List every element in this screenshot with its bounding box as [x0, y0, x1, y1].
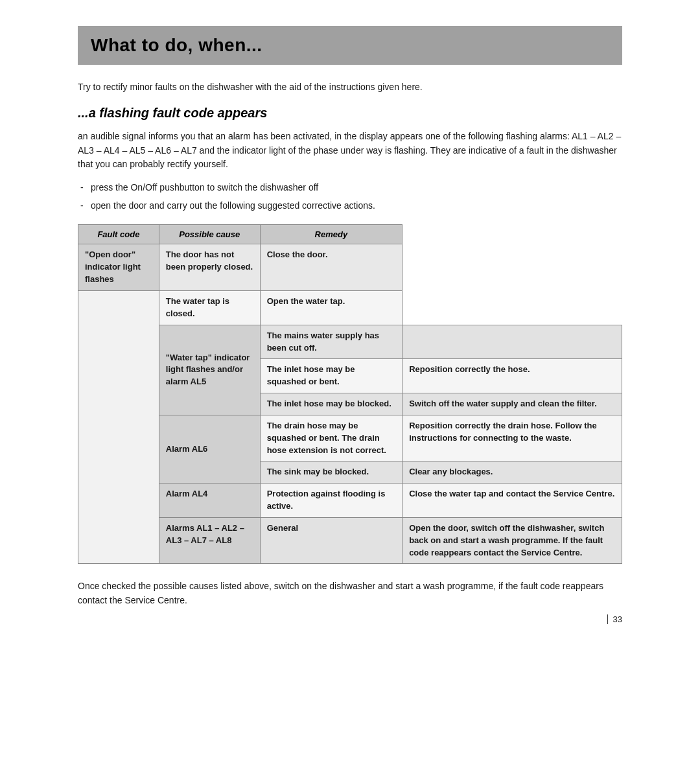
remedy-cell: Reposition correctly the drain hose. Fol… [402, 415, 622, 461]
remedy-cell: Reposition correctly the hose. [402, 359, 622, 393]
cause-cell: The sink may be blocked. [260, 461, 402, 484]
fault-cell: "Water tap" indicator light flashes and/… [159, 325, 260, 415]
intro-text: Try to rectify minor faults on the dishw… [78, 80, 622, 94]
table-row: "Open door" indicator light flashes The … [78, 244, 622, 291]
fault-cell [78, 290, 159, 564]
body-text: an audible signal informs you that an al… [78, 130, 622, 172]
footer-text: Once checked the possible causes listed … [78, 579, 622, 607]
page-number: 33 [607, 614, 622, 624]
remedy-cell: Open the water tap. [260, 290, 402, 325]
remedy-cell: Close the water tap and contact the Serv… [402, 484, 622, 518]
col-header-cause: Possible cause [159, 225, 260, 244]
cause-cell: The inlet hose may be squashed or bent. [260, 359, 402, 393]
col-header-fault: Fault code [78, 225, 159, 244]
cause-cell: Protection against flooding is active. [260, 484, 402, 518]
table-row: The water tap is closed. Open the water … [78, 290, 622, 325]
bullet-item-1: press the On/Off pushbutton to switch th… [78, 181, 622, 195]
remedy-cell: Open the door, switch off the dishwasher… [402, 517, 622, 564]
remedy-cell: Close the door. [260, 244, 402, 291]
bullet-list: press the On/Off pushbutton to switch th… [78, 181, 622, 213]
cause-cell: The door has not been properly closed. [159, 244, 260, 291]
fault-cell: "Open door" indicator light flashes [78, 244, 159, 291]
cause-cell: The water tap is closed. [159, 290, 260, 325]
fault-table: Fault code Possible cause Remedy "Open d… [78, 224, 622, 564]
bullet-item-2: open the door and carry out the followin… [78, 199, 622, 213]
table-row: Alarm AL4 Protection against flooding is… [78, 484, 622, 518]
cause-cell: General [260, 517, 402, 564]
remedy-cell: Clear any blockages. [402, 461, 622, 484]
cause-cell: The drain hose may be squashed or bent. … [260, 415, 402, 461]
section-heading: ...a flashing fault code appears [78, 106, 622, 121]
fault-cell: Alarm AL6 [159, 415, 260, 483]
table-row: Alarms AL1 – AL2 – AL3 – AL7 – AL8 Gener… [78, 517, 622, 564]
page-title: What to do, when... [91, 35, 609, 56]
remedy-cell [402, 325, 622, 359]
table-row: Alarm AL6 The drain hose may be squashed… [78, 415, 622, 461]
table-row: "Water tap" indicator light flashes and/… [78, 325, 622, 359]
cause-cell: The mains water supply has been cut off. [260, 325, 402, 359]
title-bar: What to do, when... [78, 26, 622, 65]
page-number-row: 33 [78, 614, 622, 624]
col-header-remedy: Remedy [260, 225, 402, 244]
fault-cell: Alarms AL1 – AL2 – AL3 – AL7 – AL8 [159, 517, 260, 564]
fault-cell: Alarm AL4 [159, 484, 260, 518]
remedy-cell: Switch off the water supply and clean th… [402, 393, 622, 415]
cause-cell: The inlet hose may be blocked. [260, 393, 402, 415]
